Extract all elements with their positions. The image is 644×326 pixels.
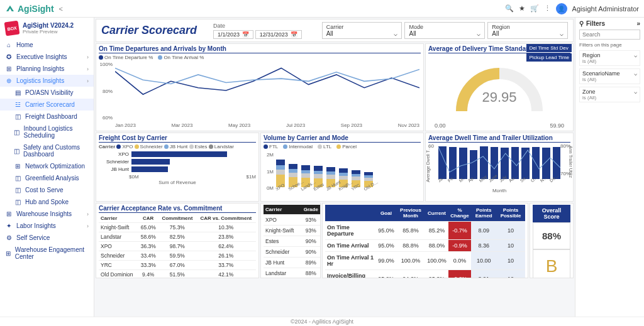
nav-icon: ⚙: [5, 234, 13, 241]
card-volume: Volume by Carrier and Mode FTLIntermodal…: [260, 133, 424, 202]
gauge-value: 29.95: [482, 89, 516, 106]
card-scorecard: GoalPrevious MonthCurrent% ChangePoints …: [322, 203, 528, 278]
table-row: Estes90%: [264, 236, 321, 247]
table-row: JB Hunt89%: [264, 258, 321, 268]
chevron-down-icon: ⌵: [394, 30, 397, 37]
dashboard-header: Carrier Scorecard Date 1/1/2023 📅 12/31/…: [96, 19, 574, 42]
chevron-down-icon: ⌵: [634, 52, 637, 58]
topbar: AgiSight < 🔍 ★ 🛒 ⋮ 👤 Agisight Administra…: [0, 0, 644, 18]
table-row: XPO36.3%98.7%62.4%: [99, 242, 256, 251]
card-gauge: Average of Delivery Time Standard Deviat…: [425, 43, 574, 131]
card-grade: CarrierGradeXPO93%Knight-Swift93%Estes90…: [260, 203, 321, 278]
sidebar: BOX AgiSight V2024.2 Private Preview ⌂Ho…: [0, 18, 94, 317]
grade-table: CarrierGradeXPO93%Knight-Swift93%Estes90…: [264, 205, 321, 278]
nav-freight-dashboard[interactable]: ◫Freight Dashboard: [0, 111, 94, 122]
favorite-icon[interactable]: ★: [519, 4, 525, 13]
dwell-line: [438, 144, 560, 179]
collapse-sidebar-toggle[interactable]: <: [59, 5, 63, 13]
nav-icon: ⊞: [5, 210, 13, 217]
nav-icon: ◫: [14, 175, 21, 182]
table-row: Knight-Swift93%: [264, 225, 321, 236]
nav-icon: ✦: [5, 222, 13, 229]
car-table: CarrierCARCommitmentCAR vs. CommitmentKn…: [99, 214, 256, 278]
nav-icon: ◫: [14, 198, 21, 205]
nav-icon: ✪: [5, 53, 13, 60]
nav-inbound-logistics-scheduling[interactable]: ◫Inbound Logistics Scheduling: [0, 122, 94, 141]
line-chart: [115, 62, 419, 121]
selector-carrier[interactable]: CarrierAll⌵: [322, 22, 402, 39]
nav-network-optimization[interactable]: ⊞Network Optimization: [0, 160, 94, 172]
filter-icon: ⚲: [579, 20, 584, 27]
nav-self-service[interactable]: ⚙Self Service: [0, 232, 94, 244]
nav-icon: ☳: [14, 101, 21, 108]
filter-region[interactable]: Region ⌵is (All): [579, 50, 640, 66]
chevron-down-icon: ⌵: [634, 89, 637, 95]
nav-icon: ◫: [14, 113, 21, 120]
more-icon[interactable]: ⋮: [544, 4, 551, 13]
table-row: Schneider33.4%59.5%26.1%: [99, 251, 256, 261]
nav-po-asn-visibility[interactable]: ▤PO/ASN Visibility: [0, 87, 94, 99]
overall-grade: B: [533, 249, 570, 278]
avatar[interactable]: 👤: [556, 3, 567, 14]
nav-icon: ▤: [14, 89, 21, 96]
table-row: On Time Arrival 1 Hr99.0%100.0%100.0%0.0…: [325, 252, 525, 270]
search-icon[interactable]: 🔍: [505, 4, 514, 13]
brand-logo: AgiSight: [5, 4, 54, 14]
filter-scenarioname[interactable]: ScenarioName ⌵is (All): [579, 68, 640, 84]
nav-icon: ◫: [14, 129, 20, 136]
table-row: Landstar58.6%82.5%23.8%: [99, 232, 256, 242]
app-badge: BOX: [4, 21, 20, 36]
nav-icon: ⊞: [14, 163, 21, 170]
nav-warehouse-engagement-center[interactable]: ⊞Warehouse Engagement Center: [0, 244, 94, 263]
page-title: Carrier Scorecard: [101, 24, 197, 37]
nav-logistics-insights[interactable]: ⊕Logistics Insights›: [0, 75, 94, 87]
nav-safety-and-customs-dashboard[interactable]: ◫Safety and Customs Dashboard: [0, 141, 94, 160]
chevron-down-icon: ⌵: [634, 70, 637, 77]
chevron-down-icon: ⌵: [560, 30, 564, 37]
nav-icon: ◫: [14, 148, 19, 155]
nav-labor-insights[interactable]: ✦Labor Insights›: [0, 220, 94, 232]
card-car: Carrier Acceptance Rate vs. Commitment C…: [96, 203, 259, 278]
filter-collapse-icon[interactable]: »: [636, 20, 640, 27]
table-row: Old Dominion9.4%51.5%42.1%: [99, 270, 256, 279]
chevron-down-icon: ⌵: [477, 30, 480, 37]
table-row: Knight-Swift65.0%75.3%10.3%: [99, 223, 256, 232]
nav-cost-to-serve[interactable]: ◫Cost to Serve: [0, 184, 94, 196]
filter-zone[interactable]: Zone ⌵is (All): [579, 87, 640, 102]
freight-bar: JB Hunt: [101, 166, 256, 172]
chevron-icon: ›: [87, 54, 89, 60]
date-to[interactable]: 12/31/2023 📅: [255, 30, 302, 39]
filter-search-input[interactable]: [579, 30, 640, 40]
gauge-btn-del[interactable]: Del Time Std Dev: [526, 44, 572, 52]
nav-warehouse-insights[interactable]: ⊞Warehouse Insights›: [0, 208, 94, 220]
chevron-icon: ›: [87, 223, 89, 229]
chevron-icon: ›: [87, 211, 89, 217]
nav-greenfield-analysis[interactable]: ◫Greenfield Analysis: [0, 172, 94, 184]
nav-icon: ◫: [14, 187, 21, 193]
freight-bar: Schneider: [101, 159, 256, 165]
nav-hub-and-spoke[interactable]: ◫Hub and Spoke: [0, 196, 94, 208]
card-overall: Overall Score 88% B: [530, 203, 574, 278]
card-dwell: Average Dwell Time and Trailer Utilizati…: [425, 133, 574, 202]
table-row: Invoice/Billing Accuracy95.0%94.6%93.8%-…: [325, 270, 525, 279]
table-row: On Time Departure95.0%85.8%85.2%-0.7%8.0…: [325, 222, 525, 240]
table-row: Schneider90%: [264, 247, 321, 258]
selector-mode[interactable]: ModeAll⌵: [404, 22, 485, 39]
table-row: YRC33.3%67.0%33.7%: [99, 261, 256, 270]
nav-planning-insights[interactable]: ⊞Planning Insights›: [0, 63, 94, 75]
nav-executive-insights[interactable]: ✪Executive Insights›: [0, 51, 94, 63]
user-name[interactable]: Agisight Administrator: [572, 5, 639, 13]
nav-home[interactable]: ⌂Home: [0, 39, 94, 51]
table-row: Landstar88%: [264, 268, 321, 279]
app-subtitle: Private Preview: [23, 29, 74, 35]
footer: ©2024 - Agilitics AgiSight: [0, 317, 644, 326]
cart-icon[interactable]: 🛒: [530, 4, 539, 13]
card-freight: Freight Cost by Carrier Carrier XPO Schn…: [96, 133, 259, 202]
nav-carrier-scorecard[interactable]: ☳Carrier Scorecard: [0, 99, 94, 111]
nav-icon: ⊕: [5, 77, 13, 84]
selector-region[interactable]: RegionAll⌵: [487, 22, 568, 39]
nav-icon: ⊞: [5, 250, 11, 257]
table-row: On Time Arrival95.0%88.8%88.0%-0.9%8.361…: [325, 240, 525, 252]
date-from[interactable]: 1/1/2023 📅: [213, 30, 253, 39]
chevron-icon: ›: [87, 78, 89, 84]
